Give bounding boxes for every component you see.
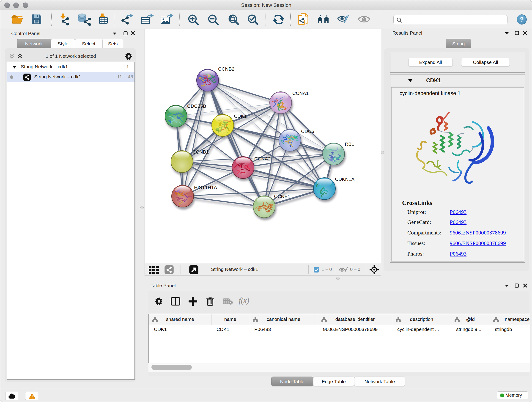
column-header-@id[interactable]: @id bbox=[451, 314, 490, 325]
protein-structure-image bbox=[404, 108, 500, 186]
edge-CCNB2-CCNA1[interactable] bbox=[208, 80, 281, 103]
column-header-label: @id bbox=[451, 317, 490, 322]
network-view-canvas[interactable]: CCNB2CCNA1CDC25BCDK1CDC6RB1CCNB1CCNA2CDK… bbox=[145, 29, 381, 263]
memory-status-dot bbox=[500, 394, 504, 397]
table-panel-float-icon[interactable] bbox=[505, 284, 509, 287]
node-CCNB1[interactable] bbox=[171, 151, 193, 172]
search-input[interactable] bbox=[404, 16, 505, 23]
node-CDC25B[interactable] bbox=[161, 105, 189, 128]
table-tab-node-table[interactable]: Node Table bbox=[271, 376, 313, 386]
column-header-name[interactable]: name bbox=[211, 314, 249, 325]
crosslink-value-link[interactable]: 9606.ENSP00000378699 bbox=[450, 240, 506, 246]
control-panel-maximize-icon[interactable] bbox=[123, 31, 128, 36]
hidden-count: 0 – 0 bbox=[350, 267, 360, 272]
collection-count: 1 bbox=[121, 64, 129, 70]
network-status-dot bbox=[10, 75, 13, 79]
help-button[interactable]: ? bbox=[517, 14, 527, 25]
fit-selected-crosshair-icon[interactable] bbox=[370, 265, 379, 274]
column-header-description[interactable]: description bbox=[392, 314, 451, 325]
warning-icon bbox=[28, 393, 36, 400]
table-horizontal-scrollbar[interactable] bbox=[148, 363, 530, 372]
title-bar: Session: New Session bbox=[0, 0, 532, 10]
cloud-status-button[interactable] bbox=[5, 392, 18, 400]
add-column-icon[interactable] bbox=[189, 297, 197, 306]
network-view-title: String Network – cdk1 bbox=[211, 267, 258, 272]
control-panel-close-icon[interactable] bbox=[131, 31, 135, 36]
birds-eye-grid-icon[interactable] bbox=[149, 266, 159, 274]
node-label-CDKN1A: CDKN1A bbox=[335, 177, 355, 182]
network-row-selected[interactable]: String Network – cdk1 11 48 bbox=[7, 72, 134, 82]
table-panel-title: Table Panel bbox=[151, 283, 176, 288]
network-collection-row[interactable]: String Network – cdk1 1 bbox=[7, 62, 134, 72]
expand-all-button[interactable]: Expand All bbox=[408, 58, 453, 67]
table-tab-network-table[interactable]: Network Table bbox=[354, 376, 405, 386]
delete-column-trash-icon[interactable] bbox=[206, 297, 214, 306]
results-section-header[interactable]: CDK1 bbox=[390, 75, 525, 86]
crosslink-value-link[interactable]: P06493 bbox=[450, 219, 467, 225]
node-RB1[interactable] bbox=[323, 143, 345, 165]
selected-checkbox-icon[interactable] bbox=[313, 267, 319, 273]
column-header-label: canonical name bbox=[249, 317, 318, 322]
right-splitter-handle[interactable] bbox=[381, 151, 384, 154]
network-options-gear-icon[interactable] bbox=[125, 52, 133, 60]
table-cell[interactable]: stringdb bbox=[495, 325, 530, 334]
warnings-button[interactable] bbox=[25, 392, 38, 400]
bottom-splitter-handle[interactable] bbox=[336, 277, 340, 280]
edge-CDK1-RB1[interactable] bbox=[223, 125, 334, 154]
table-tab-edge-table[interactable]: Edge Table bbox=[313, 376, 354, 386]
table-cell[interactable]: cyclin-dependent ... bbox=[397, 325, 451, 334]
crosslink-value-link[interactable]: P06493 bbox=[450, 251, 467, 257]
column-header-canonical-name[interactable]: canonical name bbox=[249, 314, 318, 325]
table-options-gear-icon[interactable] bbox=[155, 297, 163, 306]
crosslink-row: Pharos:P06493 bbox=[407, 251, 424, 257]
share-network-icon[interactable] bbox=[164, 265, 174, 274]
node-HIST1H1A[interactable] bbox=[172, 185, 194, 207]
crosslinks-heading: CrossLinks bbox=[402, 199, 432, 206]
network-edge-count: 48 bbox=[123, 74, 133, 80]
crosslink-value-link[interactable]: 9606.ENSP00000378699 bbox=[450, 230, 506, 236]
control-tab-select[interactable]: Select bbox=[75, 39, 102, 48]
column-header-namespace[interactable]: namespace bbox=[490, 314, 530, 325]
results-panel-float-icon[interactable] bbox=[505, 32, 509, 35]
table-cell[interactable]: CDK1 bbox=[216, 325, 249, 334]
node-CCNB2[interactable] bbox=[196, 69, 219, 91]
node-CCNA1[interactable] bbox=[270, 92, 292, 114]
table-panel-close-icon[interactable] bbox=[523, 283, 527, 288]
results-section-content: cyclin-dependent kinase 1 bbox=[391, 87, 524, 262]
tree-expander-icon[interactable] bbox=[12, 65, 17, 69]
edge-CCNB2-HIST1H1A[interactable] bbox=[183, 80, 208, 196]
network-label: String Network – cdk1 bbox=[34, 74, 81, 80]
memory-button[interactable]: Memory bbox=[497, 391, 528, 399]
node-CDC6[interactable] bbox=[279, 129, 304, 151]
control-tab-network[interactable]: Network bbox=[17, 39, 51, 48]
application-window: Session: New Session bbox=[0, 0, 532, 402]
node-label-CCNB2: CCNB2 bbox=[218, 66, 234, 71]
results-panel-close-icon[interactable] bbox=[523, 31, 527, 35]
table-cell[interactable]: 9606.ENSP00000378699 bbox=[323, 325, 392, 334]
network-tree: String Network – cdk1 1 String Network –… bbox=[7, 62, 135, 380]
table-panel-maximize-icon[interactable] bbox=[515, 283, 519, 288]
hidden-eye-icon[interactable] bbox=[339, 266, 348, 273]
open-in-new-window-icon[interactable] bbox=[189, 265, 199, 274]
edge-HIST1H1A-CCNE1[interactable] bbox=[183, 196, 264, 207]
results-panel-maximize-icon[interactable] bbox=[515, 31, 519, 35]
table-cell[interactable]: P06493 bbox=[254, 325, 317, 334]
show-column-panel-icon[interactable] bbox=[171, 297, 180, 306]
column-header-database-identifier[interactable]: database identifier bbox=[318, 314, 392, 325]
control-tab-sets[interactable]: Sets bbox=[102, 39, 123, 48]
left-splitter-handle[interactable] bbox=[140, 206, 144, 209]
network-selection-row: 1 of 1 Network selected bbox=[7, 51, 135, 62]
table-cell[interactable]: stringdb:9... bbox=[456, 325, 489, 334]
results-tab-string[interactable]: String bbox=[446, 39, 471, 48]
node-label-RB1: RB1 bbox=[345, 141, 354, 147]
table-cell[interactable]: CDK1 bbox=[154, 325, 211, 334]
control-tab-style[interactable]: Style bbox=[51, 39, 75, 48]
control-panel-float-icon[interactable] bbox=[112, 32, 117, 35]
crosslink-value-link[interactable]: P06493 bbox=[450, 209, 467, 215]
column-header-shared-name[interactable]: shared name bbox=[149, 314, 211, 325]
column-header-label: description bbox=[392, 317, 451, 322]
scrollbar-thumb[interactable] bbox=[152, 365, 192, 370]
section-expander-icon[interactable] bbox=[408, 79, 413, 83]
collapse-all-button[interactable]: Collapse All bbox=[461, 58, 510, 67]
node-CDKN1A[interactable] bbox=[312, 178, 336, 202]
